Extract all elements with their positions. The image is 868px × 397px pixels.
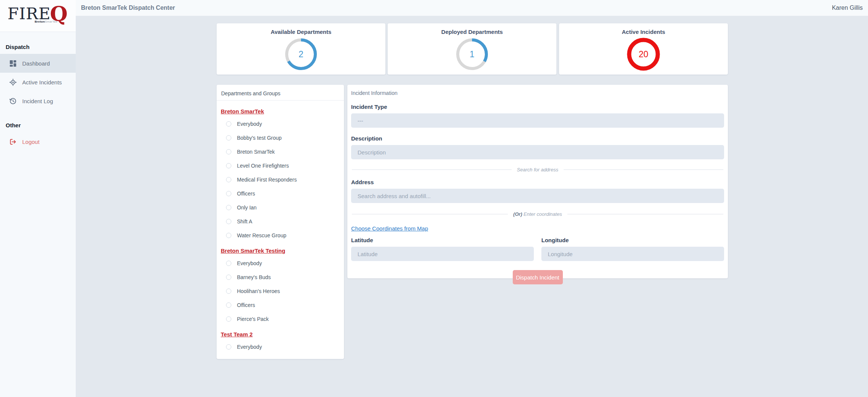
group-radio[interactable] [226, 163, 231, 168]
description-label: Description [351, 135, 724, 142]
group-option-label: Medical First Responders [237, 177, 297, 183]
logo-subtitle: BretonSmarTek [35, 20, 76, 23]
group-radio[interactable] [226, 191, 231, 196]
group-option-row[interactable]: Level One Firefighters [221, 159, 340, 173]
user-name[interactable]: Karen Gillis [832, 5, 863, 11]
group-radio[interactable] [226, 219, 231, 224]
group-radio[interactable] [226, 135, 231, 140]
choose-coordinates-link[interactable]: Choose Coordinates from Map [351, 225, 428, 232]
sidebar-item-incident-log[interactable]: Incident Log [0, 92, 76, 110]
app-logo[interactable]: FIREQ BretonSmarTek [0, 0, 76, 32]
card-title: Deployed Departments [388, 29, 556, 35]
group-option-row[interactable]: Everybody [221, 340, 340, 354]
group-radio[interactable] [226, 261, 231, 266]
address-label: Address [351, 179, 724, 185]
address-divider: Search for address [352, 167, 723, 173]
sidebar-item-logout[interactable]: Logout [0, 132, 76, 151]
group-radio[interactable] [226, 344, 231, 350]
group-header-breton-smartek[interactable]: Breton SmarTek [221, 108, 264, 115]
group-option-label: Everybody [237, 260, 262, 266]
group-option-label: Bobby's test Group [237, 135, 282, 141]
coordinates-divider: (Or) Enter coordinates [352, 211, 723, 217]
card-title: Active Incidents [559, 29, 728, 35]
group-header-test-team-2[interactable]: Test Team 2 [221, 331, 252, 337]
group-radio[interactable] [226, 149, 231, 154]
group-option-label: Barney's Buds [237, 274, 271, 280]
sidebar-item-dashboard[interactable]: Dashboard [0, 54, 76, 73]
group-header-breton-smartek-testing[interactable]: Breton SmarTek Testing [221, 247, 285, 254]
incident-type-label: Incident Type [351, 104, 724, 110]
description-input[interactable] [351, 145, 724, 159]
longitude-input[interactable] [541, 247, 724, 261]
group-option-label: Officers [237, 191, 255, 197]
sidebar-item-label: Logout [22, 139, 40, 145]
deployed-departments-gauge: 1 [455, 37, 489, 72]
sidebar-section-other: Other [0, 122, 76, 128]
group-option-label: Only Ian [237, 205, 257, 211]
topbar: Breton SmarTek Dispatch Center Karen Gil… [76, 0, 868, 16]
logo-text-fire: FIRE [8, 5, 51, 22]
dispatch-incident-button[interactable]: Dispatch Incident [513, 270, 563, 284]
group-option-label: Pierce's Pack [237, 316, 269, 322]
group-option-row[interactable]: Medical First Responders [221, 173, 340, 186]
group-option-row[interactable]: Hoolihan's Heroes [221, 284, 340, 298]
group-option-label: Officers [237, 302, 255, 308]
group-option-label: Everybody [237, 121, 262, 127]
history-icon [9, 98, 17, 105]
group-option-label: Breton SmarTek [237, 149, 275, 155]
card-active-incidents: Active Incidents 20 [559, 23, 728, 75]
latitude-input[interactable] [351, 247, 534, 261]
address-search-input[interactable] [351, 189, 724, 203]
incident-form-title: Incident Information [351, 90, 724, 96]
logout-icon [9, 138, 17, 145]
sidebar-item-label: Incident Log [22, 98, 53, 104]
longitude-label: Longitude [541, 237, 724, 243]
group-option-row[interactable]: Bobby's test Group [221, 131, 340, 145]
target-icon [9, 79, 17, 86]
latitude-label: Latitude [351, 237, 534, 243]
dashboard-icon [9, 60, 17, 67]
card-available-departments: Available Departments 2 [217, 23, 385, 75]
group-option-row[interactable]: Barney's Buds [221, 270, 340, 284]
group-option-row[interactable]: Water Rescue Group [221, 228, 340, 242]
gauge-value: 20 [626, 37, 661, 72]
group-option-row[interactable]: Shift A [221, 214, 340, 228]
group-option-row[interactable]: Officers [221, 298, 340, 312]
departments-panel-title: Departments and Groups [217, 85, 344, 101]
page-title: Breton SmarTek Dispatch Center [81, 5, 175, 11]
sidebar: FIREQ BretonSmarTek DispatchDashboardAct… [0, 0, 76, 397]
sidebar-item-label: Dashboard [22, 60, 50, 67]
group-radio[interactable] [226, 121, 231, 127]
sidebar-nav: DispatchDashboardActive IncidentsInciden… [0, 44, 76, 151]
card-deployed-departments: Deployed Departments 1 [388, 23, 556, 75]
group-radio[interactable] [226, 302, 231, 308]
departments-group-list: Breton SmarTekEverybodyBobby's test Grou… [217, 101, 344, 354]
group-radio[interactable] [226, 275, 231, 280]
group-radio[interactable] [226, 289, 231, 294]
sidebar-item-label: Active Incidents [22, 79, 62, 86]
sidebar-item-active-incidents[interactable]: Active Incidents [0, 73, 76, 92]
group-option-label: Hoolihan's Heroes [237, 288, 280, 294]
gauge-value: 2 [284, 37, 318, 72]
group-option-row[interactable]: Only Ian [221, 200, 340, 214]
sidebar-section-dispatch: Dispatch [0, 44, 76, 50]
incident-type-select[interactable]: --- [351, 113, 724, 128]
group-option-row[interactable]: Breton SmarTek [221, 145, 340, 159]
group-radio[interactable] [226, 233, 231, 238]
active-incidents-gauge: 20 [626, 37, 661, 72]
group-option-label: Level One Firefighters [237, 163, 289, 169]
group-radio[interactable] [226, 316, 231, 322]
available-departments-gauge: 2 [284, 37, 318, 72]
group-option-row[interactable]: Officers [221, 186, 340, 200]
group-option-label: Water Rescue Group [237, 232, 286, 238]
group-option-row[interactable]: Everybody [221, 256, 340, 270]
group-radio[interactable] [226, 205, 231, 210]
gauge-value: 1 [455, 37, 489, 72]
incident-form-panel: Incident Information Incident Type --- D… [347, 85, 728, 278]
group-radio[interactable] [226, 177, 231, 182]
group-option-row[interactable]: Pierce's Pack [221, 312, 340, 326]
group-option-label: Shift A [237, 218, 252, 224]
group-option-label: Everybody [237, 344, 262, 350]
card-title: Available Departments [217, 29, 385, 35]
group-option-row[interactable]: Everybody [221, 117, 340, 131]
